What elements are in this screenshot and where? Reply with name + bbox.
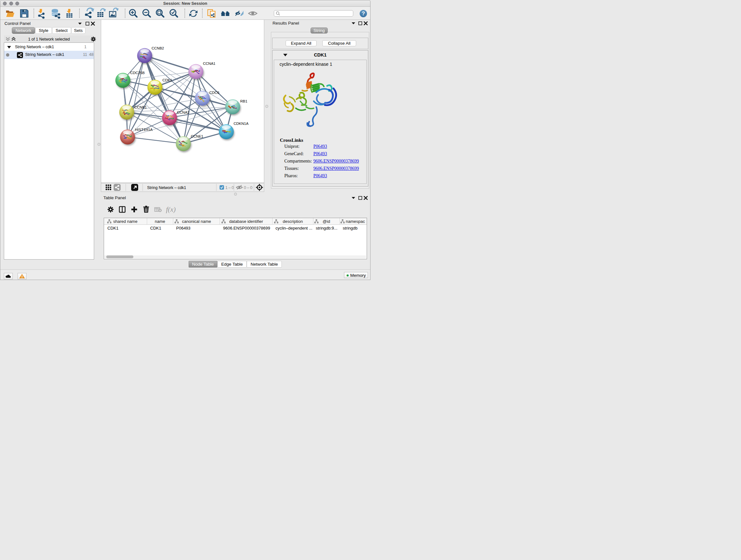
svg-text:CDK1: CDK1 <box>162 78 172 82</box>
svg-text:RB1: RB1 <box>240 99 247 103</box>
svg-text:f(x): f(x) <box>166 205 176 213</box>
svg-text:CDKN1A: CDKN1A <box>233 122 249 125</box>
svg-text:CCNB2: CCNB2 <box>151 46 164 50</box>
svg-text:CDC6: CDC6 <box>209 91 219 95</box>
svg-text:1 – 0: 1 – 0 <box>225 185 234 190</box>
svg-text:HIST1H1A: HIST1H1A <box>135 128 152 132</box>
svg-text:CCNA2: CCNA2 <box>177 111 190 114</box>
svg-text:String Network – cdk1: String Network – cdk1 <box>147 186 186 190</box>
svg-text:CDC25B: CDC25B <box>130 71 145 75</box>
svg-text:CCNE1: CCNE1 <box>191 134 203 138</box>
svg-text:CCNA1: CCNA1 <box>203 62 215 65</box>
svg-text:CCNB1: CCNB1 <box>134 105 147 109</box>
svg-text:0 – 0: 0 – 0 <box>244 185 253 190</box>
